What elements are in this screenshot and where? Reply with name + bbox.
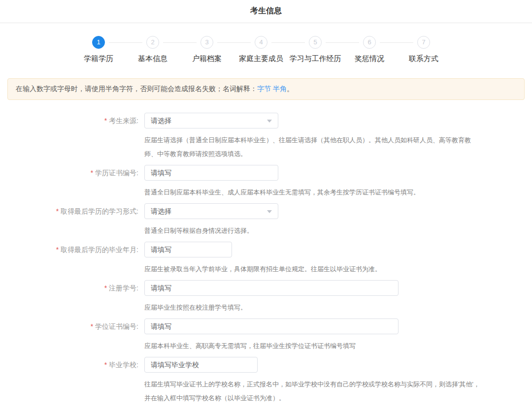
step-number-circle: 6: [363, 36, 376, 49]
step-label: 学籍学历: [71, 54, 126, 64]
stepper-step-4[interactable]: 4 家庭主要成员: [234, 36, 288, 64]
stepper-step-6[interactable]: 6 奖惩情况: [342, 36, 397, 64]
step-number-circle: 2: [146, 36, 159, 49]
select-field[interactable]: 请选择: [144, 203, 278, 219]
step-number: 5: [313, 38, 317, 46]
required-asterisk: *: [56, 246, 59, 254]
step-number-circle: 7: [417, 36, 430, 49]
step-number: 3: [205, 38, 208, 46]
form-item: *注册学号: 应届毕业生按照在校注册学号填写。: [0, 280, 532, 315]
stepper: 1 学籍学历 2 基本信息 3 户籍档案 4 家庭主要成员 5 学习与工作经历 …: [71, 23, 451, 64]
field-help-text: 普通全日制等根据自身情况进行选择。: [144, 224, 480, 238]
required-asterisk: *: [91, 322, 93, 330]
step-label: 学习与工作经历: [288, 54, 342, 64]
stepper-step-1[interactable]: 1 学籍学历: [71, 36, 126, 64]
required-asterisk: *: [104, 117, 107, 125]
field-help-text: 应届本科毕业生、高职高专无需填写，往届毕业生按学位证书证书编号填写: [144, 339, 480, 353]
field-help-text: 应届生被录取当年入学前毕业，具体期限有招生单位规定。往届生以毕业证书为准。: [144, 262, 480, 276]
field-label: *学位证书编号:: [0, 318, 138, 353]
step-number-circle: 4: [255, 36, 267, 49]
step-number: 4: [259, 38, 263, 46]
field-label: *取得最后学历的学习形式:: [0, 203, 138, 238]
step-number-circle: 5: [309, 36, 322, 49]
step-label: 家庭主要成员: [234, 54, 288, 64]
field-help-text: 应届毕业生按照在校注册学号填写。: [144, 301, 480, 315]
notice-text-suffix: 。: [287, 85, 294, 93]
field-label: *注册学号:: [0, 280, 138, 315]
step-label: 联系方式: [397, 54, 451, 64]
step-number: 7: [422, 38, 425, 46]
field-label: *毕业学校:: [0, 357, 138, 405]
form-item: *取得最后学历的毕业年月: 应届生被录取当年入学前毕业，具体期限有招生单位规定。…: [0, 242, 532, 276]
step-number-circle: 3: [200, 36, 213, 49]
step-label: 户籍档案: [180, 54, 234, 64]
notice-text: 在输入数字或字母时，请使用半角字符，否则可能会造成报名失败；名词解释：: [16, 85, 257, 93]
required-asterisk: *: [56, 207, 59, 215]
candidate-info-form: *考生来源: 请选择 应届生请选择（普通全日制应届本科毕业生）、往届生请选择（其…: [0, 113, 532, 405]
step-number: 1: [97, 38, 100, 46]
notice-link-halfwidth[interactable]: 半角: [273, 85, 287, 93]
field-help-text: 往届生填写毕业证书上的学校名称，正式报名中，如毕业学校中没有自己的学校或学校名称…: [144, 378, 480, 405]
form-item: *学历证书编号: 普通全日制应届本科毕业生、成人应届本科毕业生无需填写，其余考生…: [0, 165, 532, 199]
stepper-step-5[interactable]: 5 学习与工作经历: [288, 36, 342, 64]
select-field[interactable]: 请选择: [144, 113, 278, 128]
page-title: 考生信息: [0, 6, 532, 16]
field-label: *取得最后学历的毕业年月:: [0, 242, 138, 276]
required-asterisk: *: [91, 169, 93, 177]
field-help-text: 普通全日制应届本科毕业生、成人应届本科毕业生无需填写，其余考生按学历证书证书编号…: [144, 186, 480, 199]
step-label: 奖惩情况: [342, 54, 397, 64]
chevron-down-icon: [267, 120, 272, 123]
text-input-field[interactable]: [144, 280, 399, 296]
step-number-circle: 1: [92, 36, 105, 49]
form-item: *毕业学校: 往届生填写毕业证书上的学校名称，正式报名中，如毕业学校中没有自己的…: [0, 357, 532, 405]
form-item: *取得最后学历的学习形式: 请选择 普通全日制等根据自身情况进行选择。: [0, 203, 532, 238]
stepper-step-3[interactable]: 3 户籍档案: [180, 36, 234, 64]
field-help-text: 应届生请选择（普通全日制应届本科毕业生）、往届生请选择（其他在职人员）。其他人员…: [144, 133, 480, 161]
notice-link-byte[interactable]: 字节: [257, 85, 271, 93]
required-asterisk: *: [104, 361, 107, 369]
page-header: 考生信息: [0, 0, 532, 23]
field-label: *考生来源:: [0, 113, 138, 161]
stepper-step-7[interactable]: 7 联系方式: [397, 36, 451, 64]
form-item: *考生来源: 请选择 应届生请选择（普通全日制应届本科毕业生）、往届生请选择（其…: [0, 113, 532, 161]
notice-banner: 在输入数字或字母时，请使用半角字符，否则可能会造成报名失败；名词解释：字节 半角…: [7, 78, 525, 100]
form-item: *学位证书编号: 应届本科毕业生、高职高专无需填写，往届毕业生按学位证书证书编号…: [0, 318, 532, 353]
required-asterisk: *: [104, 284, 107, 292]
stepper-step-2[interactable]: 2 基本信息: [126, 36, 180, 64]
step-label: 基本信息: [126, 54, 180, 64]
text-input-field[interactable]: [144, 357, 258, 373]
field-label: *学历证书编号:: [0, 165, 138, 199]
text-input-field[interactable]: [144, 318, 399, 334]
step-number: 2: [151, 38, 154, 46]
text-input-field[interactable]: [144, 165, 278, 181]
text-input-field[interactable]: [144, 242, 232, 257]
step-number: 6: [367, 38, 371, 46]
chevron-down-icon: [267, 210, 272, 213]
